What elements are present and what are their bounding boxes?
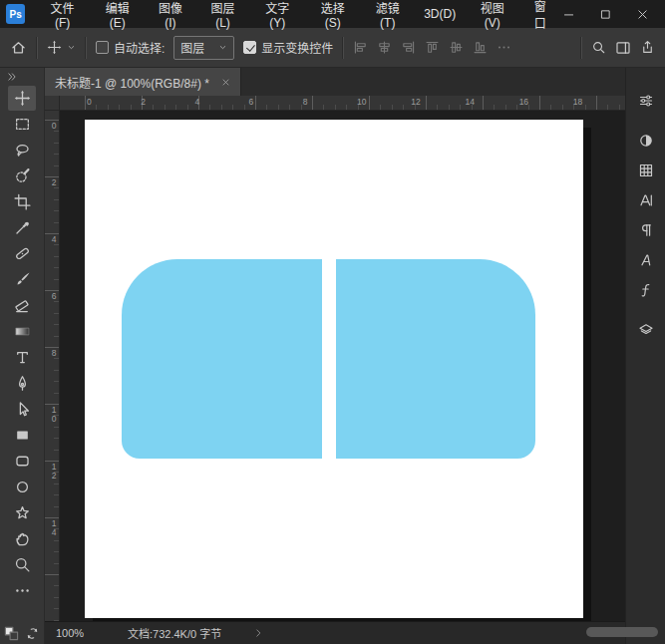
adjustments-panel-icon[interactable]: [632, 128, 659, 154]
more-options-icon[interactable]: [497, 40, 511, 55]
ruler-number: 12: [47, 460, 59, 516]
rectangle-tool[interactable]: [8, 423, 36, 448]
menu-item[interactable]: 窗口: [520, 0, 560, 28]
eraser-tool[interactable]: [8, 293, 36, 318]
ruler-number: 8: [301, 96, 355, 109]
ruler-number: 6: [47, 289, 59, 346]
menu-item[interactable]: 视图(V): [465, 0, 519, 28]
layers-panel-icon[interactable]: [632, 317, 659, 343]
menu-item[interactable]: 编辑(E): [90, 0, 145, 28]
document-area: 未标题-1 @ 100%(RGB/8#) * 024681012141618 0…: [45, 68, 625, 644]
crop-tool[interactable]: [8, 189, 36, 214]
align-bottom-icon[interactable]: [473, 40, 488, 55]
divider: [85, 37, 87, 59]
lasso-tool[interactable]: [8, 138, 36, 162]
menu-item[interactable]: 滤镜(T): [360, 0, 415, 28]
menu-item[interactable]: 图层(L): [195, 0, 249, 28]
share-icon[interactable]: [640, 40, 655, 55]
pen-tool[interactable]: [8, 371, 36, 396]
swap-colors-icon[interactable]: [25, 626, 40, 641]
align-left-icon[interactable]: [353, 40, 368, 55]
close-icon[interactable]: [636, 8, 649, 21]
ruler-number: 0: [85, 96, 139, 109]
divider: [580, 37, 582, 59]
character-styles-panel-icon[interactable]: [632, 247, 659, 273]
tab-close-icon[interactable]: [221, 78, 230, 87]
menu-item[interactable]: 文字(Y): [250, 0, 305, 28]
ruler-number: 8: [47, 346, 59, 403]
menu-item[interactable]: 图像(I): [145, 0, 195, 28]
rounded-shape-left[interactable]: [122, 259, 322, 459]
character-panel-icon[interactable]: [632, 187, 659, 213]
ruler-number: 14: [47, 516, 59, 573]
collapse-panel-chevrons-icon[interactable]: [7, 72, 17, 82]
brush-tool[interactable]: [8, 267, 36, 292]
custom-shape-tool[interactable]: [8, 500, 36, 525]
search-icon[interactable]: [591, 40, 606, 55]
align-middle-v-icon[interactable]: [449, 40, 464, 55]
type-tool[interactable]: [8, 345, 36, 370]
canvas-region: 024681012141618 02468101214: [45, 96, 625, 621]
ruler-number: 2: [139, 96, 192, 109]
minimize-icon[interactable]: [562, 8, 575, 21]
document-tab-title: 未标题-1 @ 100%(RGB/8#) *: [55, 74, 209, 91]
paragraph-panel-icon[interactable]: [632, 217, 659, 243]
horizontal-scrollbar-thumb[interactable]: [586, 627, 658, 637]
align-right-icon[interactable]: [401, 40, 416, 55]
auto-select-checkbox[interactable]: [96, 41, 109, 54]
hand-tool[interactable]: [8, 526, 36, 551]
document-canvas[interactable]: [85, 120, 583, 618]
workspace-icon[interactable]: [615, 40, 631, 56]
menu-item[interactable]: 3D(D): [415, 0, 465, 28]
current-tool-indicator[interactable]: [47, 40, 76, 55]
quick-selection-tool[interactable]: [8, 163, 36, 188]
ellipse-tool[interactable]: [8, 475, 36, 499]
glyphs-panel-icon[interactable]: [632, 277, 659, 303]
color-swatches-icon[interactable]: [4, 626, 19, 641]
gradient-tool[interactable]: [8, 319, 36, 344]
menu-item[interactable]: 选择(S): [305, 0, 360, 28]
move-tool[interactable]: [8, 86, 36, 111]
rounded-shape-right[interactable]: [336, 259, 535, 459]
swatches-panel-icon[interactable]: [632, 158, 659, 183]
eyedropper-tool[interactable]: [8, 215, 36, 240]
auto-select-label: 自动选择:: [114, 39, 165, 56]
divider: [342, 37, 344, 59]
home-icon[interactable]: [10, 39, 27, 56]
menu-list: 文件(F) 编辑(E) 图像(I) 图层(L) 文字(Y) 选择(S) 滤镜(T…: [35, 0, 560, 28]
horizontal-ruler[interactable]: 024681012141618: [60, 96, 625, 111]
panel-dock: [625, 68, 665, 644]
chevron-down-icon: [218, 43, 227, 52]
menu-bar: Ps 文件(F) 编辑(E) 图像(I) 图层(L) 文字(Y) 选择(S) 滤…: [0, 0, 665, 28]
move-tool-icon: [47, 40, 62, 55]
menu-item[interactable]: 文件(F): [35, 0, 90, 28]
ruler-number: 12: [409, 96, 463, 109]
ruler-number: 2: [47, 175, 59, 232]
zoom-level-field[interactable]: 100%: [56, 627, 90, 639]
auto-select-target-dropdown[interactable]: 图层: [173, 36, 234, 60]
tools-panel: [0, 68, 45, 644]
zoom-tool[interactable]: [8, 552, 36, 577]
status-menu-chevron-icon[interactable]: [253, 628, 263, 638]
rectangular-marquee-tool[interactable]: [8, 112, 36, 137]
canvas-viewport[interactable]: [60, 111, 625, 621]
chevron-down-icon: [67, 43, 76, 52]
more-tools-icon[interactable]: [8, 578, 36, 603]
app-logo-icon: Ps: [6, 4, 25, 24]
healing-brush-tool[interactable]: [8, 241, 36, 266]
status-bar: 100% 文档:732.4K/0 字节: [45, 621, 625, 644]
show-transform-checkbox[interactable]: [243, 41, 256, 54]
document-tab[interactable]: 未标题-1 @ 100%(RGB/8#) *: [45, 68, 241, 96]
properties-panel-icon[interactable]: [632, 88, 659, 114]
ruler-number: 10: [355, 96, 409, 109]
ruler-number: 4: [47, 232, 59, 289]
ruler-number: 10: [47, 403, 59, 460]
rounded-rectangle-tool[interactable]: [8, 449, 36, 474]
tool-list: [8, 86, 36, 603]
path-selection-tool[interactable]: [8, 397, 36, 422]
align-center-h-icon[interactable]: [377, 40, 392, 55]
align-top-icon[interactable]: [425, 40, 440, 55]
maximize-icon[interactable]: [599, 8, 612, 21]
ruler-corner[interactable]: [45, 96, 60, 111]
vertical-ruler[interactable]: 02468101214: [45, 111, 60, 621]
